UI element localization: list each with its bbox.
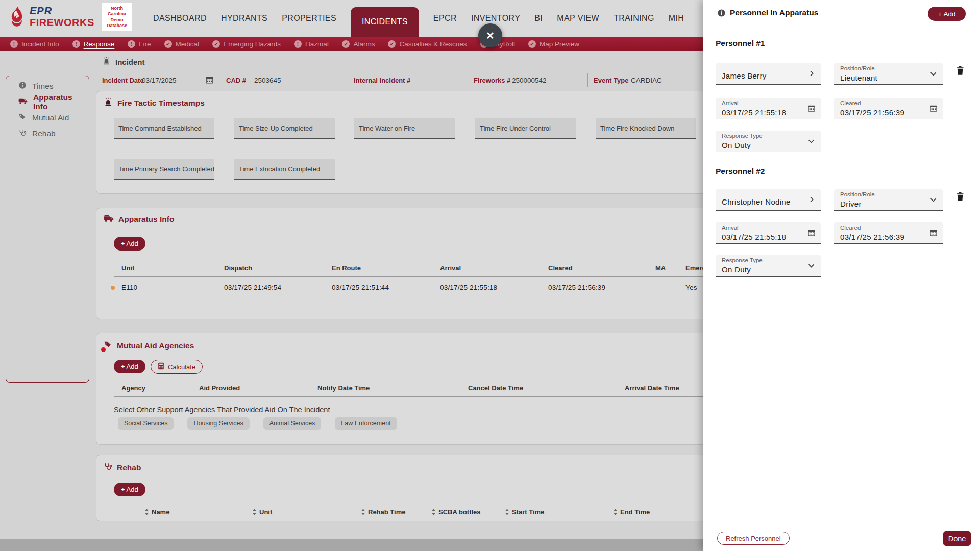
time-command-established-field[interactable]: Time Command Established xyxy=(114,118,214,139)
col-aid-provided: Aid Provided xyxy=(199,384,240,392)
sort-col-name[interactable]: Name xyxy=(144,508,169,516)
app-logo[interactable]: EPR FIREWORKS xyxy=(7,5,94,30)
nav-hydrants[interactable]: HYDRANTS xyxy=(221,14,267,23)
subnav-casualties-rescues[interactable]: ✓ Casualties & Rescues xyxy=(388,40,467,48)
personnel-add-button[interactable]: + Add xyxy=(928,7,966,21)
incident-date-value[interactable]: 03/17/2025 xyxy=(142,77,177,84)
divider xyxy=(467,73,467,87)
mutual-aid-card: Mutual Aid Agencies + Add Calculate Agen… xyxy=(96,333,735,445)
nav-training[interactable]: TRAINING xyxy=(614,14,654,23)
personnel-1-cleared-field[interactable]: Cleared 03/17/25 21:56:39 xyxy=(834,98,943,119)
calendar-icon xyxy=(929,104,938,114)
sidebar-item-rehab[interactable]: Rehab xyxy=(6,126,89,141)
subnav-fire[interactable]: ! Fire xyxy=(128,40,151,48)
personnel-1-response-type-select[interactable]: Response Type On Duty xyxy=(716,131,821,152)
sort-col-rehab-time[interactable]: Rehab Time xyxy=(361,508,405,516)
chip-animal-services[interactable]: Animal Services xyxy=(263,417,322,430)
nav-inventory[interactable]: INVENTORY xyxy=(471,14,520,23)
tags-icon xyxy=(104,340,112,351)
nav-mih[interactable]: MIH xyxy=(669,14,684,23)
nav-epcr[interactable]: EPCR xyxy=(433,14,457,23)
time-fire-knocked-down-field[interactable]: Time Fire Knocked Down xyxy=(596,118,696,139)
trash-icon xyxy=(955,191,965,202)
brand-name-bottom: FIREWORKS xyxy=(30,17,94,29)
chevron-right-icon xyxy=(807,69,816,80)
personnel-1-arrival-field[interactable]: Arrival 03/17/25 21:55:18 xyxy=(716,98,821,119)
personnel-1-delete-button[interactable] xyxy=(955,65,965,78)
cell-en-route: 03/17/25 21:51:44 xyxy=(332,284,389,291)
stethoscope-icon xyxy=(104,462,112,473)
cell-unit: E110 xyxy=(121,284,137,291)
time-extrication-completed-field[interactable]: Time Extrication Completed xyxy=(234,159,335,180)
sort-icon xyxy=(144,509,149,515)
tags-icon xyxy=(18,113,27,123)
chip-social-services[interactable]: Social Services xyxy=(118,417,174,430)
fireworks-number-value[interactable]: 250000542 xyxy=(512,77,547,84)
subnav-medical[interactable]: ✓ Medical xyxy=(164,40,200,48)
subnav-alarms[interactable]: ✓ Alarms xyxy=(342,40,375,48)
personnel-2-response-type-select[interactable]: Response Type On Duty xyxy=(716,255,821,277)
personnel-2-arrival-field[interactable]: Arrival 03/17/25 21:55:18 xyxy=(716,222,821,244)
done-button[interactable]: Done xyxy=(943,531,971,546)
divider xyxy=(587,73,588,87)
subnav-response[interactable]: ! Response xyxy=(72,40,115,48)
sidebar-item-times[interactable]: Times xyxy=(6,78,89,94)
alert-icon: ! xyxy=(10,40,18,48)
personnel-2-position-select[interactable]: Position/Role Driver xyxy=(834,189,943,211)
section-sidebar: Times Apparatus Info Mutual Aid Rehab xyxy=(6,76,89,383)
subnav-emerging-hazards[interactable]: ✓ Emerging Hazards xyxy=(212,40,281,48)
nav-properties[interactable]: PROPERTIES xyxy=(282,14,336,23)
personnel-2-cleared-field[interactable]: Cleared 03/17/25 21:56:39 xyxy=(834,222,943,244)
cad-number-value[interactable]: 2503645 xyxy=(254,77,281,84)
time-water-on-fire-field[interactable]: Time Water on Fire xyxy=(354,118,455,139)
mutual-aid-add-button[interactable]: + Add xyxy=(114,360,145,373)
refresh-personnel-button[interactable]: Refresh Personnel xyxy=(717,532,790,545)
sort-col-start-time[interactable]: Start Time xyxy=(505,508,544,516)
cad-number-label: CAD # xyxy=(226,77,246,84)
nav-incidents[interactable]: INCIDENTS xyxy=(351,7,419,37)
sort-col-unit[interactable]: Unit xyxy=(252,508,272,516)
sidebar-item-mutual-aid[interactable]: Mutual Aid xyxy=(6,110,89,126)
nav-dashboard[interactable]: DASHBOARD xyxy=(153,14,207,23)
time-primary-search-completed-field[interactable]: Time Primary Search Completed xyxy=(114,159,214,180)
cell-cleared: 03/17/25 21:56:39 xyxy=(548,284,605,291)
table-divider xyxy=(114,276,729,277)
calculate-button[interactable]: Calculate xyxy=(151,360,203,374)
personnel-1-position-select[interactable]: Position/Role Lieutenant xyxy=(834,63,943,85)
chevron-down-icon xyxy=(807,137,816,147)
chip-law-enforcement[interactable]: Law Enforcement xyxy=(335,417,397,430)
calendar-icon[interactable] xyxy=(205,76,214,86)
alert-icon: ! xyxy=(72,40,80,48)
nav-map-view[interactable]: MAP VIEW xyxy=(557,14,599,23)
event-type-value[interactable]: CARDIAC xyxy=(631,77,662,84)
nav-bi[interactable]: BI xyxy=(534,14,543,23)
time-sizeup-completed-field[interactable]: Time Size-Up Completed xyxy=(234,118,335,139)
divider xyxy=(348,73,348,87)
fire-truck-icon xyxy=(104,214,114,224)
trash-icon xyxy=(955,65,965,76)
sort-col-end-time[interactable]: End Time xyxy=(613,508,650,516)
col-ma: MA xyxy=(655,264,666,272)
col-arrival: Arrival xyxy=(440,264,461,272)
check-icon: ✓ xyxy=(342,40,350,48)
sidebar-item-apparatus-info[interactable]: Apparatus Info xyxy=(6,94,89,110)
support-agency-chips: Social Services Housing Services Animal … xyxy=(118,417,397,430)
chevron-right-icon xyxy=(807,195,816,206)
time-fire-under-control-field[interactable]: Time Fire Under Control xyxy=(475,118,576,139)
personnel-2-delete-button[interactable] xyxy=(955,191,965,204)
subnav-hazmat[interactable]: ! Hazmat xyxy=(294,40,329,48)
siren-icon xyxy=(104,97,113,109)
personnel-1-name-field[interactable]: James Berry xyxy=(716,63,821,85)
alert-icon: ! xyxy=(294,40,302,48)
close-button[interactable]: ✕ xyxy=(478,23,502,47)
siren-icon xyxy=(102,57,111,67)
subnav-map-preview[interactable]: ✓ Map Preview xyxy=(528,40,579,48)
personnel-2-name-field[interactable]: Christopher Nodine xyxy=(716,189,821,211)
sort-col-scba-bottles[interactable]: SCBA bottles xyxy=(431,508,481,516)
chip-housing-services[interactable]: Housing Services xyxy=(187,417,249,430)
sort-icon xyxy=(431,509,436,515)
rehab-add-button[interactable]: + Add xyxy=(114,483,145,496)
subnav-incident-info[interactable]: ! Incident Info xyxy=(10,40,59,48)
apparatus-add-button[interactable]: + Add xyxy=(114,237,145,251)
apparatus-info-header: Apparatus Info xyxy=(104,214,174,224)
